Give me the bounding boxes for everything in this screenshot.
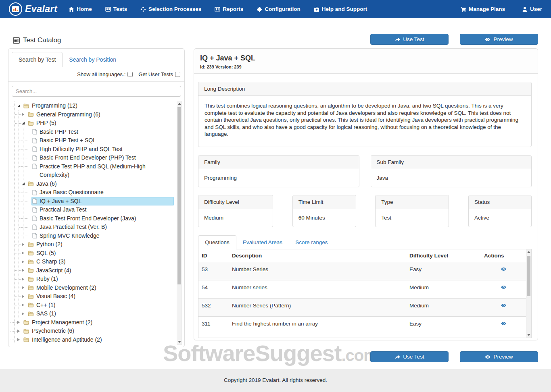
tree-folder[interactable]: JavaScript (4) [19,266,174,275]
questions-table: ID Description Difficulty Level Actions … [198,249,526,335]
nav-selection-processes[interactable]: Selection Processes [140,6,201,12]
tree-folder[interactable]: C Sharp (3) [19,257,174,266]
question-description: Number Series (Pattern) [229,299,406,317]
expand-arrow-icon[interactable] [22,303,24,307]
use-test-button[interactable]: Use Test [370,34,449,45]
home-icon [69,6,74,12]
nav-user[interactable]: User [522,6,542,12]
tree-test-item[interactable]: Java Basic Questionnaire [23,188,174,197]
expand-arrow-icon[interactable] [22,260,24,263]
evalart-logo-icon [9,2,22,16]
expand-arrow-icon[interactable] [17,338,20,341]
nav-configuration[interactable]: Configuration [257,6,300,12]
file-icon [32,164,37,169]
tree-test-item[interactable]: IQ + Java + SQL [23,197,174,206]
expand-arrow-icon[interactable] [22,243,24,246]
view-question-button[interactable] [500,321,507,326]
scroll-down-icon[interactable] [526,332,531,338]
tree-folder[interactable]: Psychometric (6) [15,327,174,336]
tree-folder[interactable]: SAS (1) [19,309,174,318]
get-user-tests-checkbox[interactable] [175,72,180,77]
expand-arrow-icon[interactable] [22,295,24,298]
nav-reports[interactable]: Reports [215,6,243,12]
preview-button-bottom[interactable]: Preview [460,351,538,362]
tree-test-item[interactable]: Practice Test PHP and SQL (Medium-High C… [23,162,174,180]
use-test-button-bottom[interactable]: Use Test [370,351,449,362]
tree-folder[interactable]: PHP (5) [19,119,174,128]
tree-label: Python (2) [36,240,63,249]
search-input[interactable] [12,86,181,97]
table-scrollbar[interactable] [526,249,531,338]
collapse-arrow-icon[interactable] [22,183,25,185]
long-description-title: Long Description [198,82,531,96]
get-user-tests-label: Get User Tests [138,71,173,77]
view-question-button[interactable] [500,266,507,272]
tree-test-item[interactable]: Practical Java Test [23,205,174,214]
tree-folder[interactable]: SQL (5) [19,249,174,258]
nav-tests[interactable]: Tests [105,6,127,12]
tree-folder[interactable]: Intelligence and Aptitude (2) [15,336,174,344]
file-icon [32,155,37,161]
tree-test-item[interactable]: Basic Front End Developer (PHP) Test [23,153,174,162]
tree-label: Mobile Development (2) [36,284,96,292]
brand-logo[interactable]: Evalart [9,2,57,16]
file-icon [32,138,37,143]
file-icon [32,233,37,239]
col-description: Description [229,249,406,262]
nav-manage-plans[interactable]: Manage Plans [461,6,505,12]
tree-folder[interactable]: Python (2) [19,240,174,249]
view-question-button[interactable] [500,284,507,290]
nav-help-support[interactable]: Help and Support [314,6,367,12]
tree-test-item[interactable]: Spring MVC Knowledge [23,232,174,241]
user-icon [522,6,528,12]
tree-scrollbar[interactable] [177,101,182,345]
scroll-down-icon[interactable] [177,339,182,344]
tree-folder[interactable]: Visual Basic (4) [19,292,174,301]
tree-folder[interactable]: Mobile Development (2) [19,284,174,292]
question-id: 311 [198,317,229,335]
scroll-up-icon[interactable] [526,249,531,255]
tab-search-by-test[interactable]: Search by Test [12,52,63,67]
tab-evaluated-areas[interactable]: Evaluated Areas [236,236,289,249]
view-question-button[interactable] [500,303,507,308]
tree-label: Visual Basic (4) [36,292,75,301]
preview-button[interactable]: Preview [460,34,538,45]
type-value: Test [376,209,449,227]
collapse-arrow-icon[interactable] [17,104,20,107]
tab-questions[interactable]: Questions [198,235,236,249]
page-title: Test Catalog [13,36,61,44]
expand-arrow-icon[interactable] [22,278,24,281]
tree-test-item[interactable]: Basic Test Front End Developer (Java) [23,214,174,223]
tree-folder[interactable]: Java (6) [19,180,174,189]
tree-label: Java (6) [36,180,57,189]
tab-search-by-position[interactable]: Search by Position [63,52,123,67]
tree-folder[interactable]: General Programming (6) [19,110,174,119]
tree-folder[interactable]: Ruby (1) [19,275,174,284]
expand-arrow-icon[interactable] [17,330,20,333]
status-label: Status [469,195,531,209]
folder-icon [28,311,34,316]
scroll-up-icon[interactable] [177,101,182,106]
expand-arrow-icon[interactable] [17,321,20,324]
expand-arrow-icon[interactable] [22,251,24,255]
tree-folder[interactable]: Project Management (2) [15,318,174,327]
tree-label: Basic PHP Test + SQL [40,136,96,145]
tree-test-item[interactable]: Basic PHP Test [23,128,174,137]
question-description: Find the highest number in an array [229,317,406,335]
tree-folder[interactable]: C++ (1) [19,301,174,310]
tree-test-item[interactable]: Basic PHP Test + SQL [23,136,174,145]
tree-test-item[interactable]: High Difficulty PHP and SQL Test [23,145,174,154]
scrollbar-thumb[interactable] [177,107,181,284]
collapse-arrow-icon[interactable] [22,122,25,124]
expand-arrow-icon[interactable] [22,286,24,289]
expand-arrow-icon[interactable] [22,113,24,116]
tree-folder[interactable]: Programming (12) [15,102,174,110]
folder-icon [23,103,29,108]
tab-score-ranges[interactable]: Score ranges [289,236,334,249]
nav-home[interactable]: Home [69,6,92,12]
expand-arrow-icon[interactable] [22,269,24,272]
scrollbar-thumb[interactable] [527,256,530,296]
tree-test-item[interactable]: Java Practical Test (Ver. B) [23,223,174,232]
expand-arrow-icon[interactable] [22,312,24,315]
show-all-languages-checkbox[interactable] [127,72,133,77]
